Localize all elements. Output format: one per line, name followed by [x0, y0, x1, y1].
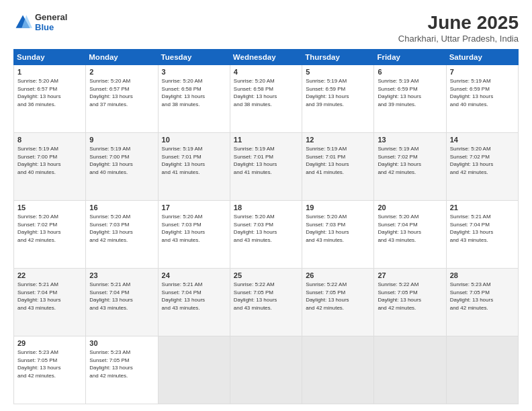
calendar-cell	[374, 336, 446, 404]
day-number: 24	[162, 271, 226, 279]
cell-info: Sunrise: 5:21 AMSunset: 7:04 PMDaylight:…	[450, 213, 515, 244]
day-number: 7	[450, 68, 515, 76]
calendar-cell: 1Sunrise: 5:20 AMSunset: 6:57 PMDaylight…	[14, 65, 86, 133]
day-number: 16	[89, 203, 154, 212]
title-block: June 2025 Charkhari, Uttar Pradesh, Indi…	[398, 12, 519, 44]
calendar-cell: 12Sunrise: 5:19 AMSunset: 7:01 PMDayligh…	[302, 133, 374, 201]
calendar-cell: 26Sunrise: 5:22 AMSunset: 7:05 PMDayligh…	[302, 269, 374, 336]
calendar-cell: 9Sunrise: 5:19 AMSunset: 7:00 PMDaylight…	[86, 133, 158, 201]
calendar-cell: 15Sunrise: 5:20 AMSunset: 7:02 PMDayligh…	[14, 201, 86, 269]
day-number: 12	[306, 136, 370, 144]
calendar-cell	[158, 336, 230, 404]
calendar-cell: 23Sunrise: 5:21 AMSunset: 7:04 PMDayligh…	[86, 269, 158, 336]
calendar-cell: 14Sunrise: 5:20 AMSunset: 7:02 PMDayligh…	[446, 133, 518, 201]
calendar-cell	[230, 336, 302, 404]
day-number: 2	[89, 68, 154, 76]
day-number: 11	[234, 136, 298, 144]
cell-info: Sunrise: 5:21 AMSunset: 7:04 PMDaylight:…	[162, 281, 226, 312]
calendar-week-row: 8Sunrise: 5:19 AMSunset: 7:00 PMDaylight…	[14, 133, 519, 201]
cell-info: Sunrise: 5:19 AMSunset: 6:59 PMDaylight:…	[378, 77, 442, 108]
cell-info: Sunrise: 5:23 AMSunset: 7:05 PMDaylight:…	[89, 349, 154, 379]
cell-info: Sunrise: 5:20 AMSunset: 6:57 PMDaylight:…	[89, 77, 154, 108]
day-number: 21	[450, 203, 515, 212]
logo-blue-text: Blue	[35, 22, 67, 32]
weekday-header-sunday: Sunday	[14, 50, 86, 65]
calendar-week-row: 15Sunrise: 5:20 AMSunset: 7:02 PMDayligh…	[14, 201, 519, 269]
calendar-cell: 16Sunrise: 5:20 AMSunset: 7:03 PMDayligh…	[86, 201, 158, 269]
calendar-cell: 20Sunrise: 5:20 AMSunset: 7:04 PMDayligh…	[374, 201, 446, 269]
calendar-cell: 6Sunrise: 5:19 AMSunset: 6:59 PMDaylight…	[374, 65, 446, 133]
day-number: 19	[306, 203, 370, 212]
day-number: 13	[378, 136, 442, 144]
day-number: 8	[17, 136, 82, 144]
day-number: 4	[234, 68, 298, 76]
cell-info: Sunrise: 5:20 AMSunset: 7:03 PMDaylight:…	[234, 213, 298, 244]
day-number: 5	[306, 68, 370, 76]
weekday-header-friday: Friday	[374, 50, 446, 65]
calendar-cell: 4Sunrise: 5:20 AMSunset: 6:58 PMDaylight…	[230, 65, 302, 133]
day-number: 14	[450, 136, 515, 144]
calendar-cell: 7Sunrise: 5:19 AMSunset: 6:59 PMDaylight…	[446, 65, 518, 133]
calendar-cell: 13Sunrise: 5:19 AMSunset: 7:02 PMDayligh…	[374, 133, 446, 201]
calendar-cell: 30Sunrise: 5:23 AMSunset: 7:05 PMDayligh…	[86, 336, 158, 404]
cell-info: Sunrise: 5:20 AMSunset: 6:58 PMDaylight:…	[162, 77, 226, 108]
calendar-cell: 25Sunrise: 5:22 AMSunset: 7:05 PMDayligh…	[230, 269, 302, 336]
day-number: 17	[162, 203, 226, 212]
cell-info: Sunrise: 5:22 AMSunset: 7:05 PMDaylight:…	[234, 281, 298, 312]
logo: General Blue	[13, 12, 67, 32]
calendar-cell: 19Sunrise: 5:20 AMSunset: 7:03 PMDayligh…	[302, 201, 374, 269]
cell-info: Sunrise: 5:19 AMSunset: 7:01 PMDaylight:…	[306, 145, 370, 176]
day-number: 20	[378, 203, 442, 212]
cell-info: Sunrise: 5:19 AMSunset: 7:02 PMDaylight:…	[378, 145, 442, 176]
day-number: 28	[450, 271, 515, 279]
day-number: 18	[234, 203, 298, 212]
cell-info: Sunrise: 5:20 AMSunset: 7:03 PMDaylight:…	[306, 213, 370, 244]
day-number: 3	[162, 68, 226, 76]
day-number: 10	[162, 136, 226, 144]
calendar-cell: 28Sunrise: 5:23 AMSunset: 7:05 PMDayligh…	[446, 269, 518, 336]
calendar-cell: 2Sunrise: 5:20 AMSunset: 6:57 PMDaylight…	[86, 65, 158, 133]
weekday-header-monday: Monday	[86, 50, 158, 65]
cell-info: Sunrise: 5:22 AMSunset: 7:05 PMDaylight:…	[378, 281, 442, 312]
calendar-cell: 8Sunrise: 5:19 AMSunset: 7:00 PMDaylight…	[14, 133, 86, 201]
day-number: 23	[89, 271, 154, 279]
cell-info: Sunrise: 5:19 AMSunset: 7:00 PMDaylight:…	[89, 145, 154, 176]
cell-info: Sunrise: 5:20 AMSunset: 7:03 PMDaylight:…	[89, 213, 154, 244]
cell-info: Sunrise: 5:19 AMSunset: 7:01 PMDaylight:…	[162, 145, 226, 176]
weekday-header-saturday: Saturday	[446, 50, 518, 65]
cell-info: Sunrise: 5:20 AMSunset: 6:57 PMDaylight:…	[17, 77, 82, 108]
day-number: 22	[17, 271, 82, 279]
calendar-cell: 27Sunrise: 5:22 AMSunset: 7:05 PMDayligh…	[374, 269, 446, 336]
cell-info: Sunrise: 5:20 AMSunset: 7:02 PMDaylight:…	[450, 145, 515, 176]
day-number: 26	[306, 271, 370, 279]
weekday-header-thursday: Thursday	[302, 50, 374, 65]
weekday-header-wednesday: Wednesday	[230, 50, 302, 65]
calendar-cell: 21Sunrise: 5:21 AMSunset: 7:04 PMDayligh…	[446, 201, 518, 269]
day-number: 1	[17, 68, 82, 76]
cell-info: Sunrise: 5:20 AMSunset: 6:58 PMDaylight:…	[234, 77, 298, 108]
cell-info: Sunrise: 5:23 AMSunset: 7:05 PMDaylight:…	[17, 349, 82, 379]
calendar-week-row: 1Sunrise: 5:20 AMSunset: 6:57 PMDaylight…	[14, 65, 519, 133]
cell-info: Sunrise: 5:20 AMSunset: 7:02 PMDaylight:…	[17, 213, 82, 244]
calendar-cell: 17Sunrise: 5:20 AMSunset: 7:03 PMDayligh…	[158, 201, 230, 269]
calendar-table: SundayMondayTuesdayWednesdayThursdayFrid…	[13, 49, 519, 404]
calendar-cell: 22Sunrise: 5:21 AMSunset: 7:04 PMDayligh…	[14, 269, 86, 336]
calendar-cell: 3Sunrise: 5:20 AMSunset: 6:58 PMDaylight…	[158, 65, 230, 133]
calendar-cell	[302, 336, 374, 404]
cell-info: Sunrise: 5:20 AMSunset: 7:04 PMDaylight:…	[378, 213, 442, 244]
weekday-header-tuesday: Tuesday	[158, 50, 230, 65]
calendar-cell: 11Sunrise: 5:19 AMSunset: 7:01 PMDayligh…	[230, 133, 302, 201]
cell-info: Sunrise: 5:22 AMSunset: 7:05 PMDaylight:…	[306, 281, 370, 312]
calendar-cell: 24Sunrise: 5:21 AMSunset: 7:04 PMDayligh…	[158, 269, 230, 336]
calendar-cell: 5Sunrise: 5:19 AMSunset: 6:59 PMDaylight…	[302, 65, 374, 133]
calendar-cell: 18Sunrise: 5:20 AMSunset: 7:03 PMDayligh…	[230, 201, 302, 269]
weekday-header-row: SundayMondayTuesdayWednesdayThursdayFrid…	[14, 50, 519, 65]
logo-general-text: General	[35, 12, 67, 22]
day-number: 25	[234, 271, 298, 279]
calendar-cell: 29Sunrise: 5:23 AMSunset: 7:05 PMDayligh…	[14, 336, 86, 404]
month-title: June 2025	[398, 12, 519, 34]
logo-text: General Blue	[35, 12, 67, 32]
day-number: 30	[89, 339, 154, 347]
day-number: 27	[378, 271, 442, 279]
day-number: 15	[17, 203, 82, 212]
